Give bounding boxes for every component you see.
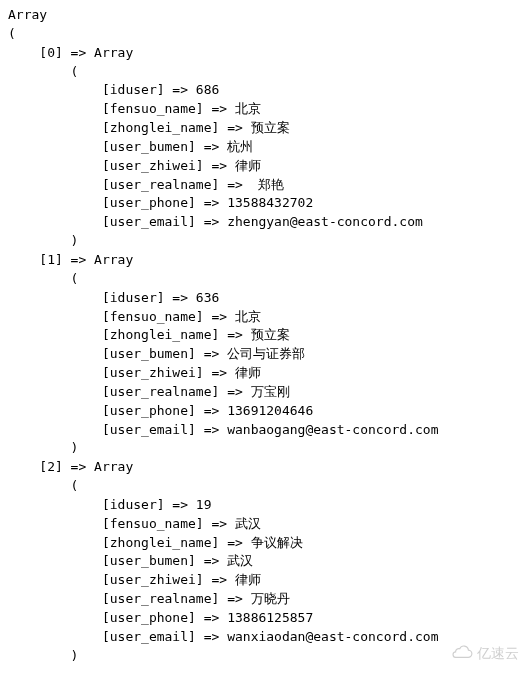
open-paren-inner: ( — [8, 477, 519, 496]
array-field-fensuo_name: [fensuo_name] => 武汉 — [8, 515, 519, 534]
array-field-iduser: [iduser] => 19 — [8, 496, 519, 515]
array-field-zhonglei_name: [zhonglei_name] => 争议解决 — [8, 534, 519, 553]
array-field-user_zhiwei: [user_zhiwei] => 律师 — [8, 157, 519, 176]
close-paren-inner: ) — [8, 232, 519, 251]
close-paren-inner: ) — [8, 647, 519, 666]
array-field-user_email: [user_email] => wanxiaodan@east-concord.… — [8, 628, 519, 647]
array-header: Array — [8, 6, 519, 25]
close-paren-inner: ) — [8, 439, 519, 458]
array-field-user_bumen: [user_bumen] => 武汉 — [8, 552, 519, 571]
array-field-user_realname: [user_realname] => 万宝刚 — [8, 383, 519, 402]
array-index: [2] => Array — [8, 458, 519, 477]
array-field-fensuo_name: [fensuo_name] => 北京 — [8, 100, 519, 119]
array-field-iduser: [iduser] => 686 — [8, 81, 519, 100]
array-field-zhonglei_name: [zhonglei_name] => 预立案 — [8, 119, 519, 138]
array-field-fensuo_name: [fensuo_name] => 北京 — [8, 308, 519, 327]
php-array-dump: Array( [0] => Array ( [iduser] => 686 [f… — [8, 6, 519, 666]
array-field-user_email: [user_email] => zhengyan@east-concord.co… — [8, 213, 519, 232]
array-field-user_phone: [user_phone] => 13588432702 — [8, 194, 519, 213]
array-field-iduser: [iduser] => 636 — [8, 289, 519, 308]
array-field-user_realname: [user_realname] => 郑艳 — [8, 176, 519, 195]
array-index: [0] => Array — [8, 44, 519, 63]
array-field-user_phone: [user_phone] => 13886125857 — [8, 609, 519, 628]
array-index: [1] => Array — [8, 251, 519, 270]
array-field-user_email: [user_email] => wanbaogang@east-concord.… — [8, 421, 519, 440]
array-field-user_realname: [user_realname] => 万晓丹 — [8, 590, 519, 609]
array-field-user_bumen: [user_bumen] => 杭州 — [8, 138, 519, 157]
open-paren-inner: ( — [8, 270, 519, 289]
array-field-user_zhiwei: [user_zhiwei] => 律师 — [8, 571, 519, 590]
array-field-user_zhiwei: [user_zhiwei] => 律师 — [8, 364, 519, 383]
array-field-user_bumen: [user_bumen] => 公司与证券部 — [8, 345, 519, 364]
array-field-zhonglei_name: [zhonglei_name] => 预立案 — [8, 326, 519, 345]
open-paren-inner: ( — [8, 63, 519, 82]
array-field-user_phone: [user_phone] => 13691204646 — [8, 402, 519, 421]
open-paren: ( — [8, 25, 519, 44]
